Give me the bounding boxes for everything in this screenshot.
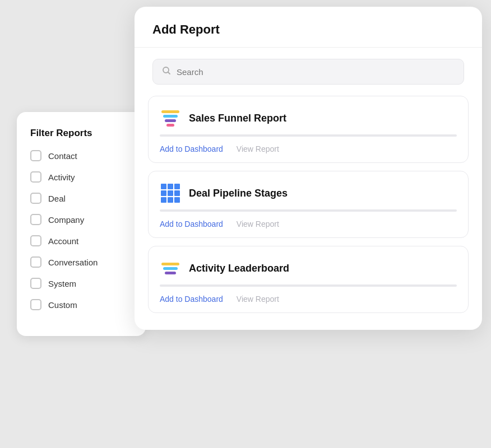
- funnel-bar: [165, 272, 176, 274]
- filter-label: Custom: [48, 300, 77, 310]
- filter-checkbox[interactable]: [30, 193, 41, 204]
- filter-panel: Filter Reports ContactActivityDealCompan…: [17, 112, 146, 336]
- panel-title: Add Report: [152, 22, 464, 37]
- view-report-button[interactable]: View Report: [237, 295, 279, 304]
- filter-item: Deal: [30, 193, 132, 204]
- grid-cell: [174, 184, 180, 189]
- report-header: Sales Funnel Report: [160, 108, 457, 129]
- report-header: Deal Pipeline Stages: [160, 183, 457, 204]
- funnel-bar: [166, 124, 174, 127]
- grid-cell: [168, 190, 173, 196]
- filter-checkbox[interactable]: [30, 214, 41, 225]
- filter-item: Activity: [30, 171, 132, 183]
- funnel-bar: [161, 110, 179, 113]
- search-container: [135, 48, 482, 96]
- grid-cell: [168, 197, 173, 203]
- filter-label: Activity: [48, 172, 75, 182]
- panel-header: Add Report: [135, 7, 482, 48]
- filter-item: Conversation: [30, 256, 132, 268]
- filter-item: Company: [30, 214, 132, 225]
- svg-line-1: [168, 72, 170, 74]
- add-to-dashboard-button[interactable]: Add to Dashboard: [160, 295, 223, 304]
- grid-cell: [168, 184, 173, 189]
- grid-cell: [161, 190, 166, 196]
- grid-cell: [174, 190, 180, 196]
- report-actions: Add to DashboardView Report: [160, 220, 457, 228]
- grid-cell: [161, 197, 166, 203]
- grid-cell: [161, 184, 166, 189]
- funnel-bar: [165, 119, 176, 122]
- filter-item: System: [30, 278, 132, 289]
- report-card: Activity LeaderboardAdd to DashboardView…: [148, 246, 469, 313]
- report-divider: [160, 209, 457, 212]
- report-icon: [160, 108, 181, 129]
- grid-cell: [174, 197, 180, 203]
- report-card: Sales Funnel ReportAdd to DashboardView …: [148, 96, 469, 163]
- search-box: [152, 59, 464, 85]
- report-name: Sales Funnel Report: [189, 113, 286, 124]
- filter-label: System: [48, 279, 76, 288]
- report-divider: [160, 284, 457, 287]
- filter-checkbox[interactable]: [30, 278, 41, 289]
- report-actions: Add to DashboardView Report: [160, 295, 457, 304]
- filter-item: Contact: [30, 150, 132, 161]
- filter-label: Deal: [48, 194, 66, 203]
- search-input[interactable]: [177, 67, 455, 77]
- report-card: Deal Pipeline StagesAdd to DashboardView…: [148, 171, 469, 238]
- grid-icon: [161, 184, 180, 203]
- funnel-bar: [163, 115, 178, 118]
- filter-label: Account: [48, 236, 78, 246]
- reports-list: Sales Funnel ReportAdd to DashboardView …: [135, 96, 482, 330]
- filter-checkbox[interactable]: [30, 235, 41, 246]
- filter-checkbox[interactable]: [30, 150, 41, 161]
- view-report-button[interactable]: View Report: [237, 220, 279, 228]
- add-to-dashboard-button[interactable]: Add to Dashboard: [160, 144, 223, 153]
- add-to-dashboard-button[interactable]: Add to Dashboard: [160, 220, 223, 228]
- filter-label: Conversation: [48, 258, 98, 267]
- filter-label: Contact: [48, 151, 77, 161]
- report-name: Activity Leaderboard: [189, 263, 289, 274]
- report-actions: Add to DashboardView Report: [160, 144, 457, 153]
- filter-label: Company: [48, 215, 84, 225]
- filter-item: Account: [30, 235, 132, 246]
- filter-checkbox[interactable]: [30, 299, 41, 310]
- filter-checkbox[interactable]: [30, 256, 41, 268]
- funnel-icon: [161, 263, 179, 274]
- funnel-bar: [163, 267, 178, 270]
- report-name: Deal Pipeline Stages: [189, 188, 288, 199]
- search-icon: [162, 66, 171, 77]
- report-divider: [160, 134, 457, 137]
- funnel-bar: [161, 263, 179, 265]
- report-icon: [160, 183, 181, 204]
- report-icon: [160, 258, 181, 279]
- report-header: Activity Leaderboard: [160, 258, 457, 279]
- filter-item: Custom: [30, 299, 132, 310]
- view-report-button[interactable]: View Report: [237, 144, 279, 153]
- filter-checkbox[interactable]: [30, 171, 41, 183]
- filter-title: Filter Reports: [30, 128, 132, 139]
- main-panel: Add Report Sales Funnel ReportAdd to Das…: [135, 7, 482, 330]
- funnel-icon: [161, 110, 179, 127]
